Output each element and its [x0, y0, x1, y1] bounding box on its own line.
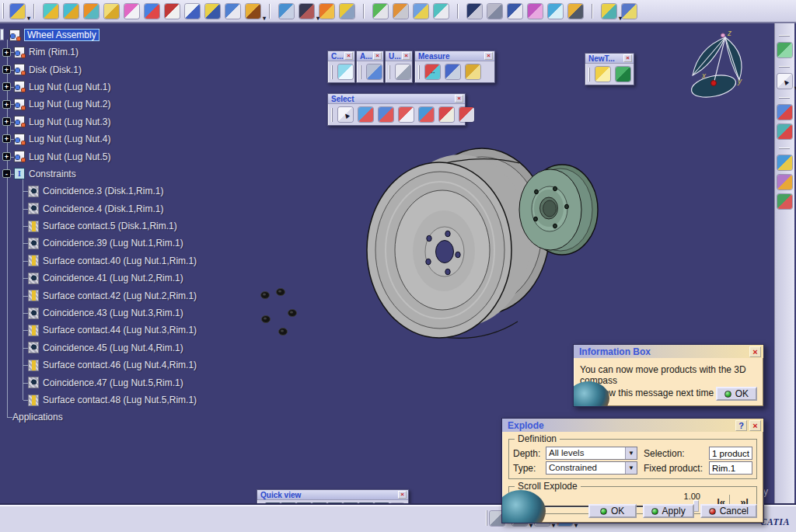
change-constraint-icon[interactable]: [548, 4, 563, 19]
smart-move-icon[interactable]: [299, 4, 314, 19]
new-part-icon[interactable]: [84, 4, 99, 19]
tree-item-disk[interactable]: + Disk (Disk.1): [2, 61, 258, 78]
apply-button[interactable]: Apply: [643, 504, 694, 518]
box-arrow-icon[interactable]: [367, 64, 382, 79]
tree-item-label[interactable]: Coincidence.47 (Lug Nut.5,Rim.1): [43, 377, 183, 388]
drag-handle[interactable]: [331, 108, 333, 122]
tree-expander-icon[interactable]: +: [2, 48, 11, 57]
tree-item-root[interactable]: Wheel Assembly: [2, 26, 258, 43]
tree-item-label[interactable]: Coincidence.43 (Lug Nut.3,Rim.1): [43, 308, 183, 318]
tree-expander-icon[interactable]: +: [2, 100, 11, 109]
part-structure-icon[interactable]: [777, 124, 792, 139]
selection-list-edit-icon[interactable]: [459, 107, 474, 122]
select-arrow-icon[interactable]: ▲: [338, 107, 353, 122]
tree-item-label[interactable]: Lug Nut (Lug Nut.3): [29, 116, 110, 127]
dialog-title-bar[interactable]: Information Box ×: [574, 345, 763, 358]
flexible-rigid-icon[interactable]: [528, 4, 543, 19]
tree-item-label[interactable]: Disk (Disk.1): [29, 64, 82, 75]
render-analysis-icon[interactable]: [777, 194, 792, 209]
viewport-3d[interactable]: x y z y Wheel Assembly + Rim (Rim.1): [0, 23, 796, 503]
tree-item-label[interactable]: Coincidence.45 (Lug Nut.4,Rim.1): [43, 342, 183, 353]
ok-button[interactable]: OK: [716, 387, 757, 401]
manipulation-icon[interactable]: [279, 4, 294, 19]
magnifier-star-icon[interactable]: [777, 155, 792, 170]
tree-item-surface-contact-44[interactable]: Surface contact.44 (Lug Nut.3,Rim.1): [2, 322, 258, 339]
graph-tree-reordering-icon[interactable]: [165, 4, 180, 19]
drag-handle[interactable]: [360, 65, 361, 79]
dialog-title-bar[interactable]: Explode ? ×: [502, 419, 763, 432]
selection-trap-icon[interactable]: [358, 107, 373, 122]
close-icon[interactable]: ×: [484, 52, 493, 60]
measure-item-icon[interactable]: [445, 64, 460, 79]
explode-tool-icon[interactable]: [319, 4, 334, 19]
compass-3d[interactable]: x y z: [690, 29, 742, 101]
tree-item-coincidence-3[interactable]: Coincidence.3 (Disk.1,Rim.1): [2, 183, 258, 200]
tree-item-surface-contact-42[interactable]: Surface contact.42 (Lug Nut.2,Rim.1): [2, 287, 258, 304]
clash-analysis-icon[interactable]: [373, 4, 388, 19]
tree-item-label[interactable]: Surface contact.42 (Lug Nut.2,Rim.1): [43, 290, 197, 301]
close-icon[interactable]: ×: [623, 54, 632, 62]
select-tool-icon[interactable]: [10, 4, 25, 19]
tree-item-coincidence-43[interactable]: Coincidence.43 (Lug Nut.3,Rim.1): [2, 304, 258, 322]
intersecting-trap-icon[interactable]: [379, 107, 393, 122]
close-icon[interactable]: ×: [749, 346, 761, 357]
toolbar-grip[interactable]: [486, 510, 487, 526]
tree-expander-icon[interactable]: +: [2, 117, 11, 126]
tree-expander-icon[interactable]: +: [2, 82, 11, 91]
chevron-down-icon[interactable]: ▼: [625, 462, 637, 474]
quick-constraint-icon[interactable]: [508, 4, 522, 19]
fixed-product-field[interactable]: [709, 461, 752, 475]
tree-item-lug-nut-3[interactable]: + Lug Nut (Lug Nut.3): [2, 113, 258, 130]
fasten-components-icon[interactable]: [487, 4, 502, 19]
tree-item-constraints[interactable]: - I Constraints: [2, 165, 258, 183]
lug-nuts-3d-model[interactable]: [261, 289, 297, 336]
tree-item-coincidence-39[interactable]: Coincidence.39 (Lug Nut.1,Rim.1): [2, 235, 258, 252]
fast-multi-instantiation-icon[interactable]: [246, 4, 260, 19]
generate-catpart-icon[interactable]: [602, 4, 616, 19]
measure-inertia-icon[interactable]: [466, 64, 480, 79]
depth-select[interactable]: All levels ▼: [546, 447, 637, 460]
close-icon[interactable]: ×: [455, 95, 463, 103]
eraser-icon[interactable]: [338, 64, 353, 79]
drag-handle[interactable]: [418, 65, 420, 79]
existing-component-icon[interactable]: [104, 4, 119, 19]
tree-item-label[interactable]: Lug Nut (Lug Nut.4): [29, 134, 110, 144]
product-structure-icon[interactable]: [777, 105, 792, 120]
type-select[interactable]: Constrained ▼: [546, 461, 637, 475]
chevron-down-icon[interactable]: ▼: [625, 447, 637, 459]
tree-item-label[interactable]: Applications: [12, 412, 63, 422]
rim-3d-model[interactable]: [367, 148, 550, 338]
tree-expander-icon[interactable]: +: [2, 152, 11, 161]
existing-component-positioned-icon[interactable]: [124, 4, 139, 19]
cancel-button[interactable]: Cancel: [700, 504, 757, 518]
tree-expander-icon[interactable]: +: [2, 134, 11, 143]
manage-representations-icon[interactable]: [225, 4, 240, 19]
help-icon[interactable]: ?: [735, 420, 747, 431]
tree-item-applications[interactable]: Applications: [2, 409, 258, 426]
selection-field[interactable]: [709, 447, 752, 460]
drag-handle[interactable]: [588, 68, 590, 82]
tree-item-label[interactable]: Coincidence.39 (Lug Nut.1,Rim.1): [43, 238, 183, 249]
tree-item-label[interactable]: Coincidence.3 (Disk.1,Rim.1): [43, 186, 163, 196]
sectioning-icon[interactable]: [393, 4, 408, 19]
tree-item-coincidence-4[interactable]: Coincidence.4 (Disk.1,Rim.1): [2, 200, 258, 217]
tree-item-coincidence-41[interactable]: Coincidence.41 (Lug Nut.2,Rim.1): [2, 269, 258, 287]
tree-item-coincidence-45[interactable]: Coincidence.45 (Lug Nut.4,Rim.1): [2, 339, 258, 356]
distance-band-icon[interactable]: [414, 4, 428, 19]
select-cursor-icon[interactable]: ▲: [777, 74, 792, 89]
tree-item-label[interactable]: Surface contact.40 (Lug Nut.1,Rim.1): [43, 256, 197, 266]
tree-item-lug-nut-4[interactable]: + Lug Nut (Lug Nut.4): [2, 130, 258, 148]
replace-component-icon[interactable]: [145, 4, 159, 19]
fix-component-icon[interactable]: [467, 4, 482, 19]
zoom-trap-icon[interactable]: [399, 107, 414, 122]
tree-item-label[interactable]: Surface contact.46 (Lug Nut.4,Rim.1): [43, 360, 197, 370]
tree-item-label[interactable]: Coincidence.41 (Lug Nut.2,Rim.1): [43, 273, 183, 283]
tree-item-label[interactable]: Surface contact.5 (Disk.1,Rim.1): [43, 221, 177, 231]
tree-item-label[interactable]: Coincidence.4 (Disk.1,Rim.1): [43, 203, 163, 214]
swap-hide-show-icon[interactable]: [622, 4, 637, 19]
ok-button[interactable]: OK: [588, 504, 637, 518]
tree-expander-icon[interactable]: +: [2, 65, 11, 74]
close-icon[interactable]: ×: [398, 491, 407, 499]
close-icon[interactable]: ×: [373, 52, 382, 60]
tree-item-label[interactable]: Constraints: [29, 169, 76, 179]
